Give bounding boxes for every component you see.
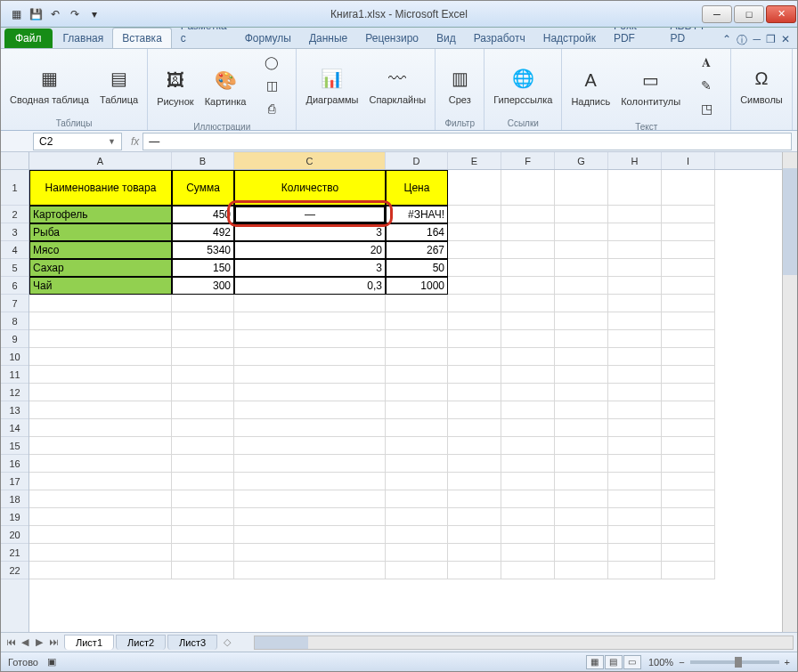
- cell[interactable]: [555, 437, 608, 455]
- tab-review[interactable]: Рецензиро: [356, 28, 428, 48]
- wordart-button[interactable]: 𝐀: [688, 53, 725, 74]
- cell[interactable]: [608, 473, 662, 490]
- cell[interactable]: [234, 437, 386, 455]
- select-all-corner[interactable]: [1, 152, 28, 170]
- cell[interactable]: [386, 366, 448, 384]
- cell[interactable]: [29, 312, 172, 330]
- row-header[interactable]: 17: [1, 473, 28, 490]
- cell[interactable]: [29, 366, 172, 384]
- cell[interactable]: [29, 401, 172, 419]
- col-header[interactable]: A: [29, 152, 172, 169]
- cell[interactable]: [448, 384, 501, 401]
- cell[interactable]: [448, 170, 501, 206]
- cell[interactable]: [555, 562, 608, 579]
- col-header[interactable]: B: [172, 152, 234, 169]
- cell[interactable]: [608, 544, 662, 562]
- cell[interactable]: [386, 508, 448, 526]
- cell[interactable]: [29, 544, 172, 562]
- redo-icon[interactable]: ↷: [67, 6, 83, 22]
- cell[interactable]: [501, 490, 555, 508]
- minimize-ribbon-icon[interactable]: ⌃: [722, 33, 731, 48]
- cell[interactable]: [448, 259, 501, 277]
- sheet-nav-first-icon[interactable]: ⏮: [4, 636, 17, 648]
- cell[interactable]: 50: [386, 259, 448, 277]
- cell[interactable]: [172, 295, 234, 312]
- cell[interactable]: [386, 295, 448, 312]
- scroll-thumb[interactable]: [783, 168, 797, 275]
- cell[interactable]: [29, 348, 172, 366]
- cell[interactable]: Картофель: [29, 206, 172, 223]
- cell[interactable]: [662, 544, 715, 562]
- sheet-tab[interactable]: Лист3: [167, 635, 217, 650]
- textbox-button[interactable]: AНадпись: [567, 53, 614, 120]
- sheet-tab[interactable]: Лист1: [64, 635, 114, 650]
- object-button[interactable]: ◳: [688, 99, 725, 120]
- cell[interactable]: [234, 419, 386, 437]
- smartart-button[interactable]: ◫: [253, 76, 290, 97]
- shapes-button[interactable]: ◯: [253, 53, 290, 74]
- cell[interactable]: Рыба: [29, 223, 172, 241]
- cell[interactable]: [29, 490, 172, 508]
- cell[interactable]: [501, 562, 555, 579]
- cell[interactable]: [555, 366, 608, 384]
- file-tab[interactable]: Файл: [4, 28, 53, 48]
- header-footer-button[interactable]: ▭Колонтитулы: [617, 53, 684, 120]
- cell[interactable]: [662, 330, 715, 348]
- row-header[interactable]: 9: [1, 330, 28, 348]
- cell[interactable]: [555, 490, 608, 508]
- cell[interactable]: [234, 312, 386, 330]
- row-header[interactable]: 5: [1, 259, 28, 277]
- cell[interactable]: [608, 562, 662, 579]
- col-header[interactable]: F: [501, 152, 555, 169]
- cell[interactable]: [608, 241, 662, 259]
- cell[interactable]: [172, 330, 234, 348]
- cell[interactable]: [29, 295, 172, 312]
- cell[interactable]: [234, 544, 386, 562]
- col-header[interactable]: H: [608, 152, 662, 169]
- cell[interactable]: [501, 223, 555, 241]
- cell[interactable]: [448, 544, 501, 562]
- cell[interactable]: [29, 419, 172, 437]
- cell[interactable]: [234, 348, 386, 366]
- cell[interactable]: [172, 348, 234, 366]
- cell[interactable]: [386, 490, 448, 508]
- cell[interactable]: [662, 401, 715, 419]
- cell[interactable]: [448, 366, 501, 384]
- cell[interactable]: [662, 562, 715, 579]
- cell[interactable]: [234, 455, 386, 473]
- tab-developer[interactable]: Разработч: [465, 28, 534, 48]
- cell[interactable]: [662, 241, 715, 259]
- row-header[interactable]: 21: [1, 544, 28, 562]
- row-header[interactable]: 12: [1, 384, 28, 401]
- cell[interactable]: [386, 348, 448, 366]
- charts-button[interactable]: 📊Диаграммы: [302, 53, 362, 117]
- cell[interactable]: [662, 312, 715, 330]
- pivot-table-button[interactable]: ▦Сводная таблица: [6, 53, 93, 117]
- cell[interactable]: [448, 437, 501, 455]
- cell[interactable]: [234, 384, 386, 401]
- cell[interactable]: [662, 206, 715, 223]
- cell[interactable]: [555, 508, 608, 526]
- cell[interactable]: [662, 295, 715, 312]
- cell[interactable]: [501, 206, 555, 223]
- cell[interactable]: [662, 223, 715, 241]
- cell[interactable]: [555, 526, 608, 544]
- cell[interactable]: [608, 490, 662, 508]
- cell[interactable]: [172, 526, 234, 544]
- cell[interactable]: [555, 259, 608, 277]
- page-layout-view-icon[interactable]: ▤: [605, 655, 623, 669]
- cell[interactable]: [386, 455, 448, 473]
- zoom-out-icon[interactable]: −: [679, 657, 684, 668]
- row-header[interactable]: 10: [1, 348, 28, 366]
- cell[interactable]: [386, 562, 448, 579]
- cell[interactable]: [448, 526, 501, 544]
- cell[interactable]: [501, 241, 555, 259]
- cell[interactable]: [172, 437, 234, 455]
- cell[interactable]: [29, 384, 172, 401]
- cell[interactable]: [234, 330, 386, 348]
- cell[interactable]: [501, 526, 555, 544]
- save-icon[interactable]: 💾: [28, 6, 44, 22]
- cell[interactable]: [608, 401, 662, 419]
- cell[interactable]: [608, 312, 662, 330]
- sheet-nav-prev-icon[interactable]: ◀: [19, 636, 31, 648]
